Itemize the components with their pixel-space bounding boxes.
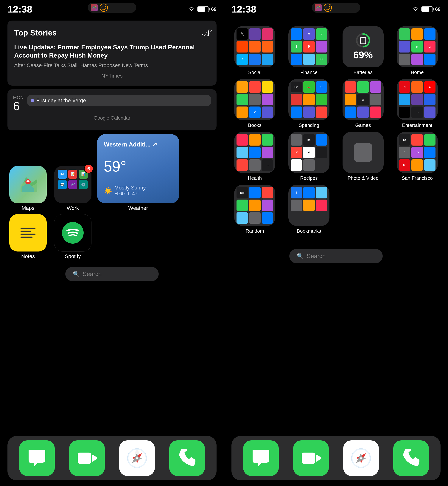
- rec-4: 🗞: [291, 147, 302, 158]
- rand-3: [262, 187, 273, 198]
- weather-widget[interactable]: Western Additi... ↗ 59° ☀️ Mostly Sunny …: [97, 134, 179, 203]
- maps-icon[interactable]: [9, 166, 47, 203]
- games-folder-box[interactable]: W: [343, 79, 384, 120]
- dock-right-facetime[interactable]: [293, 440, 329, 476]
- phone-icon[interactable]: [169, 440, 205, 476]
- facetime-icon-right[interactable]: [293, 440, 329, 476]
- spend-3: U: [316, 81, 327, 93]
- search-icon-left: 🔍: [73, 271, 80, 277]
- news-source: NYTimes: [14, 73, 210, 79]
- notes-icon[interactable]: [9, 214, 47, 252]
- work-app-4: 💬: [58, 180, 67, 189]
- timer-ring-left: [102, 5, 106, 10]
- social-app-2: [249, 28, 260, 40]
- random-folder-box[interactable]: npr: [234, 185, 275, 226]
- health-label: Health: [248, 175, 262, 181]
- right-screen: 12:38 🎮 69 𝕏: [224, 0, 448, 486]
- finance-label: Finance: [300, 69, 318, 75]
- finance-folder-box[interactable]: M V S P C: [288, 26, 329, 67]
- messages-icon[interactable]: [19, 440, 55, 476]
- batteries-widget[interactable]: 69% Batteries: [338, 26, 388, 75]
- dock-phone[interactable]: [169, 440, 205, 476]
- facetime-icon[interactable]: [69, 440, 105, 476]
- folder-photo-video[interactable]: Photo & Video: [338, 132, 388, 181]
- fin-4: S: [291, 41, 302, 52]
- ent-9: [424, 107, 435, 118]
- dock-right-safari[interactable]: [343, 440, 379, 476]
- calendar-event: First day at the Verge: [27, 95, 211, 106]
- rand-1: npr: [237, 187, 248, 198]
- svg-rect-20: [302, 453, 315, 464]
- spotify-icon[interactable]: 🎵: [54, 214, 91, 252]
- folder-books[interactable]: V Books: [230, 79, 280, 128]
- search-icon-right: 🔍: [297, 253, 304, 259]
- folder-random[interactable]: npr Random: [230, 185, 280, 234]
- safari-icon[interactable]: [119, 440, 155, 476]
- folder-entertainment[interactable]: N ▶ ⋯ Entertainment: [392, 79, 442, 128]
- dock-messages[interactable]: [19, 440, 55, 476]
- sf-7: SF: [399, 159, 410, 171]
- news-widget[interactable]: Top Stories 𝒩 Live Updates: Former Emplo…: [8, 21, 216, 86]
- game-5: W: [357, 94, 369, 105]
- calendar-widget[interactable]: MON 6 First day at the Verge Google Cale…: [8, 89, 216, 131]
- batteries-box[interactable]: 69%: [343, 26, 384, 67]
- rec-3: [316, 134, 327, 146]
- calendar-day-number: 6: [13, 100, 20, 112]
- bookmarks-folder-box[interactable]: f: [288, 185, 329, 226]
- di-app-right: 🎮: [315, 4, 322, 11]
- home-folder-box[interactable]: R G: [397, 26, 438, 67]
- svg-marker-6: [92, 454, 97, 462]
- folder-home[interactable]: R G Home: [392, 26, 442, 75]
- app-item-notes[interactable]: Notes: [8, 214, 48, 259]
- dock-right-phone[interactable]: [393, 440, 429, 476]
- recipes-folder-box[interactable]: ba 🗞 d: [288, 132, 329, 173]
- search-bar-left[interactable]: 🔍 Search: [65, 267, 159, 281]
- app-item-work[interactable]: 6 📧 📝 📊 💬 🔗 ⚙️ Work: [52, 166, 93, 211]
- game-8: [357, 107, 369, 118]
- wifi-icon-left: [188, 7, 195, 12]
- health-1: [237, 134, 248, 146]
- game-3: [370, 81, 381, 93]
- work-app-2: 📝: [68, 170, 77, 179]
- search-bar-right[interactable]: 🔍 Search: [289, 249, 383, 263]
- work-icon[interactable]: 6 📧 📝 📊 💬 🔗 ⚙️: [54, 166, 91, 203]
- books-folder-box[interactable]: V: [234, 79, 275, 120]
- folder-san-francisco[interactable]: ba C </> SF San Francisco: [392, 132, 442, 181]
- svg-point-15: [415, 10, 416, 11]
- health-folder-box[interactable]: ⋯: [234, 132, 275, 173]
- photo-video-box[interactable]: [343, 132, 384, 173]
- messages-icon-right[interactable]: [243, 440, 279, 476]
- entertainment-folder-box[interactable]: N ▶ ⋯: [397, 79, 438, 120]
- folder-spending[interactable]: UO 🚗 U Spending: [284, 79, 334, 128]
- health-7: [237, 159, 248, 171]
- folder-games[interactable]: W Games: [338, 79, 388, 128]
- bm-3: [316, 187, 327, 198]
- folder-health[interactable]: ⋯ Health: [230, 132, 280, 181]
- app-item-maps[interactable]: Maps: [8, 166, 48, 211]
- folder-bookmarks[interactable]: f Bookmarks: [284, 185, 334, 234]
- phone-icon-right[interactable]: [393, 440, 429, 476]
- sf-6: [424, 147, 435, 158]
- weather-location: Western Additi... ↗: [104, 141, 172, 148]
- work-app-1: 📧: [58, 170, 67, 179]
- social-folder-box[interactable]: 𝕏 f: [234, 26, 275, 67]
- app-item-spotify[interactable]: 🎵 Spotify: [52, 214, 93, 259]
- weather-item[interactable]: Western Additi... ↗ 59° ☀️ Mostly Sunny …: [97, 134, 179, 211]
- game-6: [370, 94, 381, 105]
- health-2: [249, 134, 260, 146]
- health-5: [249, 147, 260, 158]
- fin-9: C: [316, 54, 327, 65]
- folder-social[interactable]: 𝕏 f Social: [230, 26, 280, 75]
- sf-3: [424, 134, 435, 146]
- home-1: [399, 28, 410, 40]
- folder-recipes[interactable]: ba 🗞 d Recipes: [284, 132, 334, 181]
- sf-folder-box[interactable]: ba C </> SF: [397, 132, 438, 173]
- dock-right-messages[interactable]: [243, 440, 279, 476]
- spending-folder-box[interactable]: UO 🚗 U: [288, 79, 329, 120]
- dock-safari[interactable]: [119, 440, 155, 476]
- dock-facetime[interactable]: [69, 440, 105, 476]
- book-8: V: [249, 107, 260, 118]
- di-app-left: 🎮: [91, 4, 98, 11]
- folder-finance[interactable]: M V S P C Finance: [284, 26, 334, 75]
- safari-icon-right[interactable]: [343, 440, 379, 476]
